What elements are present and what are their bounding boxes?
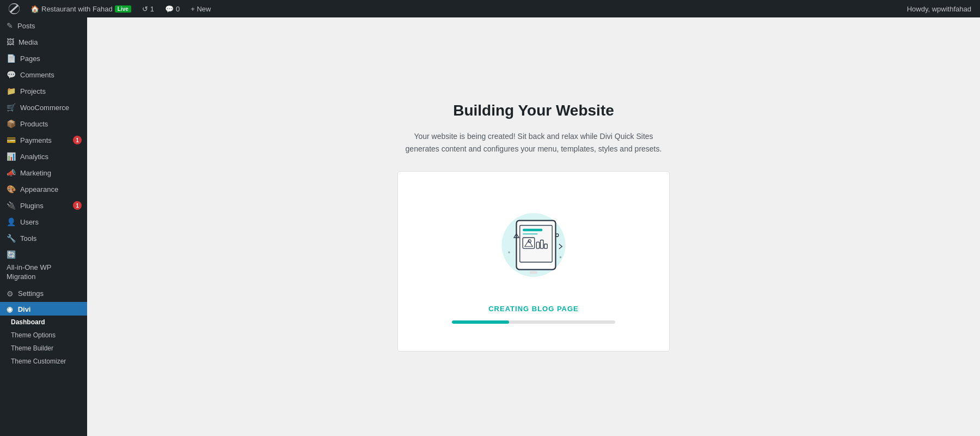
sidebar-item-label: All-in-One WP Migration bbox=[7, 263, 82, 282]
sidebar-item-comments[interactable]: 💬 Comments bbox=[0, 66, 87, 83]
content-wrapper: Building Your Website Your website is be… bbox=[397, 102, 670, 352]
plugins-badge: 1 bbox=[73, 201, 82, 210]
sidebar-sub-item-theme-options[interactable]: Theme Options bbox=[0, 329, 87, 342]
sidebar-item-label: Marketing bbox=[20, 169, 51, 177]
sidebar-item-pages[interactable]: 📄 Pages bbox=[0, 50, 87, 66]
admin-bar-comments[interactable]: 💬 0 bbox=[161, 0, 184, 17]
settings-icon: ⚙ bbox=[7, 289, 14, 298]
revision-icon: ↺ bbox=[142, 5, 148, 13]
svg-rect-9 bbox=[541, 240, 543, 248]
sidebar-item-label: Payments bbox=[20, 136, 52, 144]
woocommerce-icon: 🛒 bbox=[7, 103, 16, 112]
new-label: + New bbox=[191, 5, 211, 13]
appearance-icon: 🎨 bbox=[7, 185, 16, 193]
website-illustration bbox=[485, 193, 583, 292]
all-in-one-icon: 🔄 bbox=[7, 250, 16, 259]
projects-icon: 📁 bbox=[7, 87, 16, 95]
revision-count: 1 bbox=[150, 5, 154, 13]
sidebar-item-projects[interactable]: 📁 Projects bbox=[0, 83, 87, 99]
sidebar-item-products[interactable]: 📦 Products bbox=[0, 116, 87, 132]
plugins-icon: 🔌 bbox=[7, 201, 16, 210]
admin-bar-revisions[interactable]: ↺ 1 bbox=[138, 0, 158, 17]
sidebar-item-settings[interactable]: ⚙ Settings bbox=[0, 286, 87, 302]
sidebar-item-label: Media bbox=[19, 38, 38, 46]
svg-rect-8 bbox=[536, 242, 539, 249]
svg-rect-3 bbox=[523, 229, 542, 232]
admin-bar-user[interactable]: Howdy, wpwithfahad bbox=[903, 5, 976, 13]
sidebar-item-label: Products bbox=[20, 120, 48, 128]
divi-icon: ◉ bbox=[7, 305, 13, 313]
admin-bar-site[interactable]: 🏠 Restaurant with Fahad Live bbox=[26, 0, 136, 17]
sidebar-item-woocommerce[interactable]: 🛒 WooCommerce bbox=[0, 99, 87, 116]
sidebar-item-users[interactable]: 👤 Users bbox=[0, 214, 87, 230]
svg-rect-4 bbox=[523, 233, 537, 235]
main-content: Building Your Website Your website is be… bbox=[87, 17, 980, 436]
admin-bar-wp-logo[interactable] bbox=[4, 0, 24, 17]
sidebar-sub-item-theme-customizer[interactable]: Theme Customizer bbox=[0, 355, 87, 368]
marketing-icon: 📣 bbox=[7, 168, 16, 177]
page-title: Building Your Website bbox=[397, 102, 670, 119]
sidebar-item-label: Projects bbox=[20, 87, 46, 95]
live-badge: Live bbox=[115, 5, 131, 13]
sidebar-item-label: Settings bbox=[18, 289, 44, 298]
progress-card: CREATING BLOG PAGE bbox=[397, 171, 670, 352]
sidebar-item-label: Appearance bbox=[20, 185, 58, 193]
sidebar-item-label: Comments bbox=[20, 71, 54, 79]
site-name: Restaurant with Fahad bbox=[41, 5, 113, 13]
progress-bar-container bbox=[452, 320, 615, 324]
svg-point-14 bbox=[560, 256, 562, 258]
divi-label: Divi bbox=[18, 305, 31, 313]
analytics-icon: 📊 bbox=[7, 152, 16, 161]
sidebar-item-label: Posts bbox=[17, 22, 35, 30]
svg-rect-10 bbox=[544, 244, 547, 249]
user-greeting: Howdy, wpwithfahad bbox=[907, 5, 971, 13]
users-icon: 👤 bbox=[7, 217, 16, 226]
sidebar-item-posts[interactable]: ✎ Posts bbox=[0, 17, 87, 34]
divi-submenu: Dashboard Theme Options Theme Builder Th… bbox=[0, 316, 87, 368]
payments-badge: 1 bbox=[73, 136, 82, 144]
pages-icon: 📄 bbox=[7, 54, 16, 63]
sidebar-item-label: WooCommerce bbox=[20, 104, 69, 112]
comments-count: 0 bbox=[176, 5, 180, 13]
sidebar-item-label: Analytics bbox=[20, 153, 48, 161]
media-icon: 🖼 bbox=[7, 38, 14, 46]
page-description: Your website is being created! Sit back … bbox=[397, 130, 670, 155]
sidebar-item-analytics[interactable]: 📊 Analytics bbox=[0, 148, 87, 165]
sidebar-item-all-in-one[interactable]: 🔄 All-in-One WP Migration bbox=[0, 246, 87, 286]
sidebar-item-media[interactable]: 🖼 Media bbox=[0, 34, 87, 50]
sidebar-item-label: Tools bbox=[20, 234, 36, 243]
admin-bar-new[interactable]: + New bbox=[186, 0, 215, 17]
creating-label: CREATING BLOG PAGE bbox=[488, 305, 579, 313]
site-icon: 🏠 bbox=[30, 5, 39, 13]
sidebar-item-label: Plugins bbox=[20, 202, 44, 210]
sidebar-item-plugins[interactable]: 🔌 Plugins 1 bbox=[0, 197, 87, 214]
sidebar-item-marketing[interactable]: 📣 Marketing bbox=[0, 165, 87, 181]
comments-icon: 💬 bbox=[7, 70, 16, 79]
products-icon: 📦 bbox=[7, 119, 16, 128]
sidebar-item-payments[interactable]: 💳 Payments 1 bbox=[0, 132, 87, 148]
sidebar-menu: ✎ Posts 🖼 Media 📄 Pages 💬 Comments 📁 Pro… bbox=[0, 17, 87, 302]
sidebar-item-label: Pages bbox=[20, 55, 40, 63]
tools-icon: 🔧 bbox=[7, 234, 16, 243]
payments-icon: 💳 bbox=[7, 136, 16, 144]
sidebar-item-appearance[interactable]: 🎨 Appearance bbox=[0, 181, 87, 197]
admin-bar: 🏠 Restaurant with Fahad Live ↺ 1 💬 0 + N… bbox=[0, 0, 980, 17]
posts-icon: ✎ bbox=[7, 21, 13, 30]
progress-bar-fill bbox=[452, 320, 509, 324]
comments-icon: 💬 bbox=[165, 5, 174, 13]
sidebar: ✎ Posts 🖼 Media 📄 Pages 💬 Comments 📁 Pro… bbox=[0, 17, 87, 436]
sidebar-item-label: Users bbox=[20, 218, 39, 226]
sidebar-item-divi[interactable]: ◉ Divi bbox=[0, 302, 87, 316]
sidebar-sub-item-dashboard[interactable]: Dashboard bbox=[0, 316, 87, 329]
sidebar-sub-item-theme-builder[interactable]: Theme Builder bbox=[0, 342, 87, 355]
svg-rect-11 bbox=[530, 271, 537, 274]
svg-point-15 bbox=[508, 251, 510, 253]
sidebar-item-tools[interactable]: 🔧 Tools bbox=[0, 230, 87, 246]
svg-rect-5 bbox=[523, 238, 535, 249]
